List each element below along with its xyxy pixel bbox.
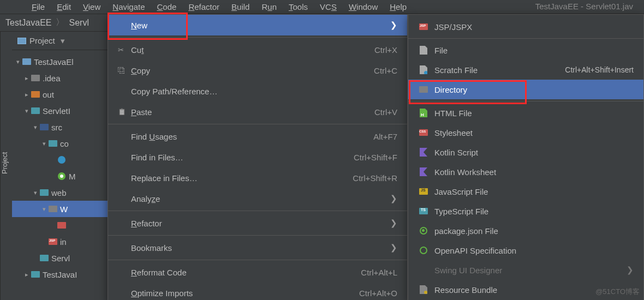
separator: [408, 38, 643, 39]
submenu-item-package-json-file[interactable]: package.json File: [408, 221, 643, 241]
tree-row[interactable]: ▾src: [12, 119, 109, 135]
shortcut-text: Ctrl+Alt+Shift+Insert: [565, 65, 634, 74]
submenu-item-label: HTML File: [434, 109, 472, 118]
context-item-optimize-imports[interactable]: Optimize ImportsCtrl+Alt+O: [108, 283, 407, 300]
context-item-analyze[interactable]: Analyze❯: [108, 188, 407, 209]
chevron-right-icon: ❯: [390, 243, 397, 253]
breadcrumb-item[interactable]: TestJavaEE: [5, 18, 51, 28]
chevron-down-icon[interactable]: ▾: [14, 58, 22, 65]
context-item-label: Paste: [131, 107, 152, 117]
json-ico-icon: [418, 226, 429, 235]
menubar-code[interactable]: Code: [152, 1, 182, 13]
chevron-down-icon[interactable]: ▾: [32, 189, 39, 196]
tree-row-label: co: [60, 139, 69, 148]
context-item-refactor[interactable]: Refactor❯: [108, 213, 407, 233]
context-item-label: Copy Path/Reference…: [131, 87, 217, 96]
chevron-right-icon[interactable]: ▸: [23, 75, 31, 82]
xml-ico-icon: [57, 221, 67, 230]
chevron-down-icon: ▾: [61, 36, 65, 46]
submenu-item-directory[interactable]: Directory: [408, 80, 643, 99]
chevron-right-icon: ❯: [390, 218, 397, 228]
tree-row-label: ServletI: [43, 106, 70, 116]
breadcrumb-item[interactable]: Servl: [69, 18, 88, 28]
tree-row[interactable]: ▾ServletI: [12, 103, 109, 119]
tree-row[interactable]: [12, 217, 109, 233]
blank-icon: [418, 266, 429, 274]
shortcut-text: Ctrl+V: [374, 107, 397, 117]
context-item-find-in-files[interactable]: Find in Files…Ctrl+Shift+F: [108, 147, 407, 167]
separator: [408, 101, 643, 101]
api-ico-icon: [418, 246, 429, 255]
tree-row-label: out: [43, 90, 54, 99]
tree-row[interactable]: ▾W: [12, 201, 109, 217]
tree-row[interactable]: ▾co: [12, 135, 109, 152]
context-item-bookmarks[interactable]: Bookmarks❯: [108, 237, 407, 258]
folder-gray-icon: [48, 205, 58, 213]
context-item-replace-in-files[interactable]: Replace in Files…Ctrl+Shift+R: [108, 167, 407, 188]
tree-row[interactable]: M: [12, 168, 109, 184]
tree-row[interactable]: ▸.idea: [12, 70, 109, 86]
context-item-find-usages[interactable]: Find UsagesAlt+F7: [108, 126, 407, 147]
context-item-cut[interactable]: CutCtrl+X: [108, 39, 407, 60]
context-item-label: Replace in Files…: [131, 173, 198, 183]
submenu-item-kotlin-worksheet[interactable]: Kotlin Worksheet: [408, 162, 643, 182]
ts-ico-icon: [418, 207, 429, 215]
tree-row[interactable]: Servl: [12, 250, 109, 266]
shortcut-text: Ctrl+Shift+R: [353, 173, 397, 183]
submenu-item-openapi-specification[interactable]: OpenAPI Specification: [408, 241, 643, 260]
chevron-right-icon[interactable]: ▸: [23, 91, 31, 98]
watermark: @51CTO博客: [595, 287, 640, 297]
separator: [108, 211, 407, 211]
separator: [108, 235, 407, 236]
context-item-copy[interactable]: CopyCtrl+C: [108, 60, 407, 81]
submenu-item-jsp-jspx[interactable]: JSP/JSPX: [408, 17, 643, 37]
submenu-item-stylesheet[interactable]: Stylesheet: [408, 123, 643, 142]
submenu-item-label: Directory: [434, 85, 467, 94]
menubar-refactor[interactable]: Refactor: [183, 1, 225, 13]
menubar-help[interactable]: Help: [384, 1, 412, 13]
chevron-down-icon[interactable]: ▾: [23, 107, 31, 115]
submenu-item-label: OpenAPI Specification: [434, 246, 516, 255]
menubar-tools[interactable]: Tools: [283, 1, 313, 13]
tree-row[interactable]: ▸TestJavaI: [12, 266, 109, 283]
submenu-item-label: Resource Bundle: [434, 285, 497, 295]
submenu-item-scratch-file[interactable]: Scratch FileCtrl+Alt+Shift+Insert: [408, 60, 643, 80]
menubar-view[interactable]: View: [77, 1, 106, 13]
submenu-item-swing-ui-designer: Swing UI Designer❯: [408, 260, 643, 280]
project-toolwindow-tab[interactable]: Project: [0, 32, 12, 300]
tree-row[interactable]: ▾TestJavaEl: [12, 53, 109, 70]
separator: [108, 37, 407, 38]
submenu-item-typescript-file[interactable]: TypeScript File: [408, 201, 643, 221]
submenu-item-javascript-file[interactable]: JavaScript File: [408, 182, 643, 201]
circle-cyan-icon: [57, 155, 67, 164]
menubar-window[interactable]: Window: [343, 1, 383, 13]
context-item-copy-path-reference[interactable]: Copy Path/Reference…: [108, 81, 407, 101]
submenu-item-label: TypeScript File: [434, 207, 488, 216]
project-panel-header[interactable]: Project ▾: [12, 32, 109, 50]
menubar-build[interactable]: Build: [226, 1, 255, 13]
menubar-file[interactable]: File: [26, 1, 50, 13]
tree-row-label: TestJavaEl: [34, 57, 74, 67]
context-item-label: New: [131, 21, 147, 30]
context-item-paste[interactable]: PasteCtrl+V: [108, 101, 407, 122]
menubar-run[interactable]: Run: [256, 1, 282, 13]
tree-row[interactable]: ▸out: [12, 86, 109, 103]
folder-cyan-icon: [39, 254, 49, 262]
menubar-vcs[interactable]: VCS: [314, 1, 342, 13]
chevron-right-icon[interactable]: ▸: [23, 271, 31, 278]
submenu-item-html-file[interactable]: HTML File: [408, 103, 643, 123]
context-item-label: Optimize Imports: [131, 289, 193, 298]
submenu-item-file[interactable]: File: [408, 40, 643, 60]
submenu-item-kotlin-script[interactable]: Kotlin Script: [408, 142, 643, 162]
chevron-down-icon[interactable]: ▾: [32, 124, 39, 131]
menubar-edit[interactable]: Edit: [51, 1, 76, 13]
tree-row[interactable]: [12, 152, 109, 168]
context-item-new[interactable]: New❯: [108, 15, 407, 35]
js-ico-icon: [418, 187, 429, 196]
chevron-down-icon[interactable]: ▾: [40, 140, 48, 147]
context-item-reformat-code[interactable]: Reformat CodeCtrl+Alt+L: [108, 262, 407, 283]
chevron-down-icon[interactable]: ▾: [40, 206, 48, 213]
tree-row[interactable]: in: [12, 233, 109, 250]
tree-row[interactable]: ▾web: [12, 184, 109, 201]
menubar-navigate[interactable]: Navigate: [107, 1, 150, 13]
